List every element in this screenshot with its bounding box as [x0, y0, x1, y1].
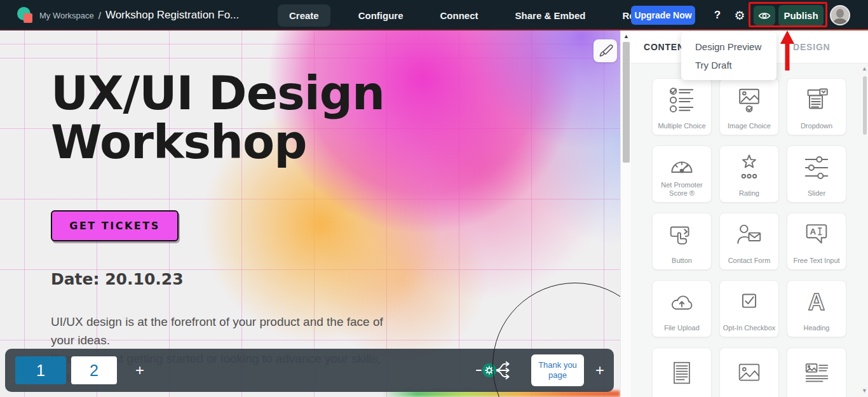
publish-button[interactable]: Publish — [778, 5, 824, 26]
nav-connect[interactable]: Connect — [431, 4, 487, 27]
logo-square — [24, 13, 32, 23]
element-card-net-promoter-score[interactable]: Net Promoter Score ® — [652, 145, 712, 203]
avatar-image — [831, 6, 849, 24]
slider-icon — [802, 152, 831, 183]
style-brush-button[interactable] — [593, 39, 617, 62]
settings-gear-icon[interactable]: ⚙ — [731, 6, 749, 24]
form-builder-app: UX/UI Design Workshop GET TICKETS Date: … — [0, 0, 868, 397]
description-line-1: UI/UX design is at the forefront of your… — [51, 313, 394, 349]
element-label: Multiple Choice — [655, 122, 709, 130]
element-label: Dropdown — [790, 122, 843, 130]
element-card-opt-in-checkbox[interactable]: Opt-In Checkbox — [719, 280, 779, 337]
main-nav: Create Configure Connect Share & Embed R… — [278, 0, 682, 30]
menu-item-try-draft[interactable]: Try Draft — [681, 56, 776, 74]
menu-item-design-preview[interactable]: Design Preview — [681, 37, 776, 56]
add-thank-you-button[interactable]: + — [588, 356, 611, 384]
image-text-icon — [802, 358, 831, 389]
net-promoter-score-icon — [668, 152, 696, 178]
element-card-button[interactable]: Button — [652, 213, 712, 270]
element-card-contact-form[interactable]: Contact Form — [719, 213, 779, 270]
element-label: Heading — [790, 324, 843, 332]
image-choice-icon — [735, 85, 764, 116]
multiple-choice-icon — [667, 85, 696, 116]
element-card-image[interactable] — [719, 347, 779, 397]
text-icon — [667, 358, 696, 389]
nav-create[interactable]: Create — [278, 4, 330, 27]
form-canvas[interactable]: UX/UI Design Workshop GET TICKETS Date: … — [0, 30, 620, 397]
user-avatar[interactable] — [830, 5, 850, 25]
element-label: Slider — [790, 189, 843, 198]
svg-text:A: A — [808, 289, 825, 315]
element-card-free-text-input[interactable]: A Free Text Input — [787, 213, 846, 270]
get-tickets-button[interactable]: GET TICKETS — [51, 210, 179, 241]
scrollbar-thumb[interactable] — [623, 42, 630, 163]
element-label: Contact Form — [722, 257, 776, 265]
sidebar-scroll-up-arrow[interactable]: ▲ — [862, 65, 867, 72]
paintbrush-icon — [598, 43, 613, 58]
nav-configure[interactable]: Configure — [349, 4, 412, 27]
logic-jump-button[interactable] — [475, 358, 512, 383]
logic-branching-icon — [475, 358, 512, 383]
image-icon — [735, 358, 764, 389]
page-tab-1[interactable]: 1 — [15, 356, 66, 384]
help-icon[interactable]: ? — [710, 8, 725, 23]
element-label: Net Promoter Score ® — [655, 181, 709, 198]
element-label: Free Text Input — [790, 257, 843, 265]
eye-icon — [758, 11, 771, 20]
content-elements-panel: Multiple Choice Image Choice — [631, 64, 868, 397]
hero-heading[interactable]: UX/UI Design Workshop — [51, 69, 419, 166]
preview-dropdown-menu: Design Preview Try Draft — [681, 32, 776, 80]
element-label: Button — [655, 257, 709, 265]
progress-line-decoration — [0, 29, 868, 30]
element-card-image-text[interactable] — [787, 347, 846, 397]
canvas-scrollbar[interactable]: ▲ — [620, 30, 631, 397]
contact-form-icon — [735, 220, 764, 249]
breadcrumb-separator: / — [98, 10, 101, 21]
element-card-rating[interactable]: Rating — [719, 145, 779, 203]
element-card-dropdown[interactable]: Dropdown — [787, 78, 846, 135]
sidebar-scrollbar-thumb[interactable] — [863, 76, 867, 135]
breadcrumb-workspace[interactable]: My Workspace — [39, 11, 94, 20]
rating-icon — [735, 152, 764, 182]
page-tab-2[interactable]: 2 — [71, 356, 117, 384]
element-card-text[interactable] — [652, 347, 712, 397]
top-bar: My Workspace / Workshop Registration Fo.… — [0, 0, 868, 30]
element-label: Image Choice — [722, 122, 776, 130]
element-card-file-upload[interactable]: File Upload — [652, 280, 712, 337]
breadcrumb-form-title[interactable]: Workshop Registration Fo... — [105, 9, 239, 22]
preview-eye-button[interactable] — [754, 6, 775, 25]
content-sidebar: CONTENT DESIGN Multiple Choice — [631, 30, 868, 397]
pages-bar: 1 2 + — [5, 349, 614, 392]
element-label: Rating — [722, 189, 776, 198]
file-upload-icon — [667, 287, 696, 315]
sidebar-scroll-down-arrow[interactable]: ▼ — [862, 387, 867, 394]
element-card-image-choice[interactable]: Image Choice — [719, 78, 779, 135]
element-card-multiple-choice[interactable]: Multiple Choice — [652, 78, 712, 135]
scrollbar-up-arrow[interactable]: ▲ — [621, 32, 632, 41]
opt-in-checkbox-icon — [735, 287, 764, 315]
nav-share-embed[interactable]: Share & Embed — [506, 4, 595, 27]
element-card-slider[interactable]: Slider — [787, 145, 846, 203]
svg-text:A: A — [810, 227, 816, 236]
free-text-input-icon: A — [802, 220, 831, 249]
app-logo-icon[interactable] — [17, 7, 34, 24]
button-icon — [667, 220, 696, 249]
date-text[interactable]: Date: 20.10.23 — [51, 270, 184, 288]
element-label: Opt-In Checkbox — [722, 324, 776, 332]
dropdown-icon — [802, 85, 831, 116]
add-page-button[interactable]: + — [128, 356, 151, 384]
heading-icon: A — [802, 287, 831, 316]
element-card-heading[interactable]: A Heading — [787, 280, 846, 337]
tab-design[interactable]: DESIGN — [793, 42, 830, 52]
thank-you-page-button[interactable]: Thank you page — [531, 354, 584, 386]
upgrade-now-button[interactable]: Upgrade Now — [631, 6, 695, 25]
element-label: File Upload — [655, 324, 709, 332]
breadcrumb: My Workspace / Workshop Registration Fo.… — [39, 0, 239, 30]
